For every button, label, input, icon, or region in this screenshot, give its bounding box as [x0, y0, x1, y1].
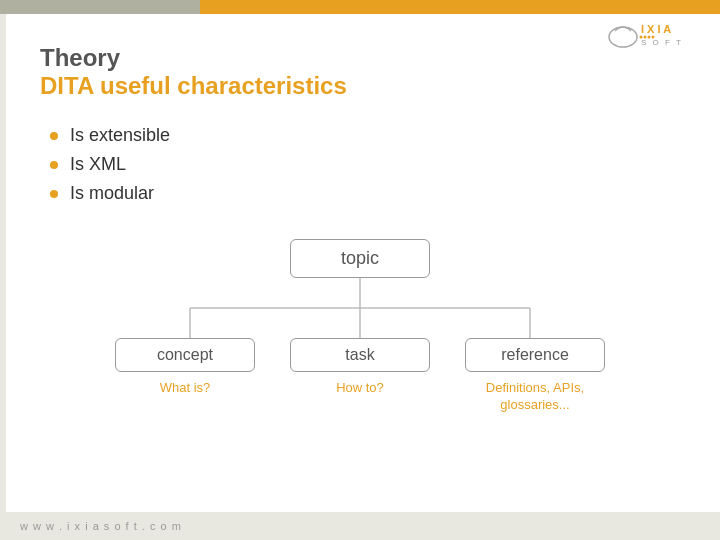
diagram-area: topic concept What is?: [40, 239, 680, 414]
bullet-item-3: Is modular: [50, 183, 680, 204]
bullet-text-3: Is modular: [70, 183, 154, 204]
task-label: task: [345, 346, 374, 363]
child-nodes: concept What is? task How to? reference …: [110, 338, 610, 414]
bullet-list: Is extensible Is XML Is modular: [50, 125, 680, 204]
bullet-item-2: Is XML: [50, 154, 680, 175]
reference-sublabel: Definitions, APIs, glossaries...: [460, 380, 610, 414]
concept-sublabel: What is?: [160, 380, 211, 397]
connector-svg: [110, 278, 610, 338]
top-bar-gray: [0, 0, 200, 14]
bottom-bar: w w w . i x i a s o f t . c o m: [0, 512, 720, 540]
top-bar-orange1: [200, 0, 400, 14]
bullet-item-1: Is extensible: [50, 125, 680, 146]
reference-node: reference: [465, 338, 605, 372]
bullet-dot-2: [50, 161, 58, 169]
slide-title: Theory DITA useful characteristics: [40, 44, 680, 100]
topic-node: topic: [290, 239, 430, 278]
topic-label: topic: [341, 248, 379, 268]
task-wrapper: task How to?: [285, 338, 435, 414]
reference-wrapper: reference Definitions, APIs, glossaries.…: [460, 338, 610, 414]
reference-label: reference: [501, 346, 569, 363]
title-line1: Theory: [40, 44, 680, 72]
bullet-text-1: Is extensible: [70, 125, 170, 146]
main-content: Theory DITA useful characteristics Is ex…: [0, 14, 720, 510]
footer-url: w w w . i x i a s o f t . c o m: [20, 520, 182, 532]
bullet-text-2: Is XML: [70, 154, 126, 175]
bullet-dot-1: [50, 132, 58, 140]
bullet-dot-3: [50, 190, 58, 198]
concept-label: concept: [157, 346, 213, 363]
task-node: task: [290, 338, 430, 372]
title-line2: DITA useful characteristics: [40, 72, 680, 100]
task-sublabel: How to?: [336, 380, 384, 397]
concept-wrapper: concept What is?: [110, 338, 260, 414]
concept-node: concept: [115, 338, 255, 372]
